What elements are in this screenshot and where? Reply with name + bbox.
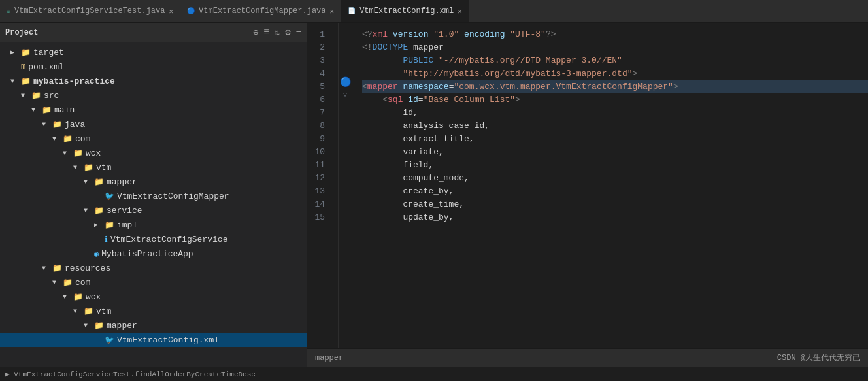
sidebar-item-pom[interactable]: ▶ m pom.xml xyxy=(0,59,307,74)
sidebar-item-mybatis-practice[interactable]: ▼ 📁 mybatis-practice xyxy=(0,74,307,88)
sidebar-item-java[interactable]: ▼ 📁 java xyxy=(0,117,307,131)
gutter-12 xyxy=(339,167,352,180)
line-num-3: 3 xyxy=(307,54,330,67)
tab-service-test-close[interactable]: ✕ xyxy=(169,7,173,16)
tree-arrow-mybatis-practice: ▼ xyxy=(10,78,21,85)
tab-bar: ☕ VtmExtractConfigServiceTest.java ✕ 🔵 V… xyxy=(0,0,868,23)
line-num-5: 5 xyxy=(307,80,330,93)
tree-arrow-src: ▼ xyxy=(21,92,31,99)
tree-label-mapper2: mapper xyxy=(107,321,137,331)
status-mapper-label: mapper xyxy=(315,354,343,363)
gutter-6: ▽ xyxy=(339,88,352,101)
java-icon: ☕ xyxy=(7,7,10,15)
tree-label-app: MybatisPracticeApp xyxy=(101,249,193,259)
tree-arrow-main: ▼ xyxy=(31,107,42,114)
line-num-14: 14 xyxy=(307,198,330,211)
folder-icon-mybatis-practice: 📁 xyxy=(21,76,31,86)
sidebar-item-vtm[interactable]: ▼ 📁 vtm xyxy=(0,160,307,174)
code-line-11: field, xyxy=(362,159,868,172)
collapse-all-icon[interactable]: ≡ xyxy=(263,27,269,38)
tree-arrow-wcx: ▼ xyxy=(63,150,73,157)
line-num-12: 12 xyxy=(307,172,330,185)
status-bar: mapper CSDN @人生代代无穷已 xyxy=(307,348,868,367)
sidebar-item-mapper-folder[interactable]: ▼ 📁 mapper xyxy=(0,174,307,189)
line-num-13: 13 xyxy=(307,185,330,198)
tree-label-wcx2: wcx xyxy=(86,292,101,302)
tree-label-src: src xyxy=(44,91,59,101)
gutter-11 xyxy=(339,154,352,167)
java-mapper-icon: 🐦 xyxy=(105,191,114,201)
folder-icon-resources: 📁 xyxy=(52,263,62,273)
sidebar-item-wcx2[interactable]: ▼ 📁 wcx xyxy=(0,290,307,304)
sidebar-title: Project xyxy=(5,28,249,37)
sidebar-item-vtm-mapper[interactable]: ▶ 🐦 VtmExtractConfigMapper xyxy=(0,189,307,203)
sidebar-header: Project ⊕ ≡ ⇅ ⚙ − xyxy=(0,23,307,42)
folder-icon-main: 📁 xyxy=(42,105,52,115)
line-num-6: 6 xyxy=(307,93,330,107)
tree-label-vtm: vtm xyxy=(96,163,111,173)
tab-xml[interactable]: 📄 VtmExtractConfig.xml ✕ xyxy=(341,0,469,22)
line-num-8: 8 xyxy=(307,120,330,133)
gutter-13 xyxy=(339,180,352,193)
xml-tab-icon: 📄 xyxy=(348,7,356,15)
line-numbers: 1 2 3 4 5 6 7 8 9 10 11 12 13 14 15 xyxy=(307,23,339,348)
tree-arrow-mapper-folder: ▼ xyxy=(84,178,94,186)
tab-mapper[interactable]: 🔵 VtmExtractConfigMapper.java ✕ xyxy=(180,0,341,22)
sidebar-item-target[interactable]: ▶ 📁 target xyxy=(0,45,307,59)
folder-icon-mapper: 📁 xyxy=(94,177,104,187)
code-line-10: variate, xyxy=(362,146,868,159)
bottom-bar: ▶ VtmExtractConfigServiceTest.findAllOrd… xyxy=(0,367,868,381)
tree-label-vtm-config-xml: VtmExtractConfig.xml xyxy=(117,335,219,345)
tree-label-target: target xyxy=(33,48,64,58)
sidebar-item-resources[interactable]: ▼ 📁 resources xyxy=(0,261,307,275)
run-info-label: ▶ VtmExtractConfigServiceTest.findAllOrd… xyxy=(5,370,256,378)
tree-label-service-interface: VtmExtractConfigService xyxy=(110,235,227,244)
sidebar-item-service-interface[interactable]: ▶ ℹ VtmExtractConfigService xyxy=(0,232,307,246)
sidebar-item-src[interactable]: ▼ 📁 src xyxy=(0,88,307,103)
sidebar-item-service-folder[interactable]: ▼ 📁 service xyxy=(0,203,307,218)
settings-icon[interactable]: ⚙ xyxy=(285,27,290,38)
sidebar-item-mapper2[interactable]: ▼ 📁 mapper xyxy=(0,318,307,333)
code-line-3: PUBLIC "-//mybatis.org//DTD Mapper 3.0//… xyxy=(362,54,868,67)
sort-icon[interactable]: ⇅ xyxy=(275,27,280,38)
tab-service-test[interactable]: ☕ VtmExtractConfigServiceTest.java ✕ xyxy=(0,0,180,22)
tab-xml-close[interactable]: ✕ xyxy=(458,7,462,16)
code-area[interactable]: <?xml version="1.0" encoding="UTF-8"?> <… xyxy=(352,23,868,348)
sidebar-item-com[interactable]: ▼ 📁 com xyxy=(0,131,307,146)
sidebar-item-vtm-config-xml[interactable]: ▶ 🐦 VtmExtractConfig.xml xyxy=(0,333,307,347)
tree-label-vtm2: vtm xyxy=(96,306,111,316)
tree-arrow-vtm2: ▼ xyxy=(73,308,84,315)
code-line-12: compute_mode, xyxy=(362,172,868,185)
sidebar-item-main[interactable]: ▼ 📁 main xyxy=(0,103,307,117)
sidebar-item-wcx[interactable]: ▼ 📁 wcx xyxy=(0,146,307,160)
tree-arrow-com: ▼ xyxy=(52,135,63,142)
folder-icon-java: 📁 xyxy=(52,120,62,129)
sidebar-item-app[interactable]: ▶ ◉ MybatisPracticeApp xyxy=(0,246,307,261)
line-num-2: 2 xyxy=(307,41,330,54)
line-num-11: 11 xyxy=(307,159,330,172)
gutter-9 xyxy=(339,127,352,141)
sidebar-item-impl[interactable]: ▶ 📁 impl xyxy=(0,218,307,232)
gutter-8 xyxy=(339,114,352,127)
tree-arrow-impl: ▶ xyxy=(94,221,105,229)
tree-arrow-target: ▶ xyxy=(10,48,21,56)
tree-arrow-java: ▼ xyxy=(42,121,52,128)
folder-icon-vtm2: 📁 xyxy=(84,306,93,316)
new-file-icon[interactable]: ⊕ xyxy=(253,27,258,38)
gutter-area: 🔵 ▽ xyxy=(339,23,352,348)
sidebar-item-com2[interactable]: ▼ 📁 com xyxy=(0,275,307,290)
line-num-10: 10 xyxy=(307,146,330,159)
app-icon: ◉ xyxy=(94,249,99,259)
tree-label-pom: pom.xml xyxy=(28,62,64,72)
service-icon: ℹ xyxy=(105,235,108,244)
tree-label-com2: com xyxy=(75,278,90,288)
close-sidebar-icon[interactable]: − xyxy=(296,27,301,38)
gutter-15 xyxy=(339,206,352,219)
status-right: CSDN @人生代代无穷已 xyxy=(777,352,860,363)
tree-label-resources: resources xyxy=(65,263,110,273)
status-csdn-label: CSDN @人生代代无穷已 xyxy=(777,354,860,363)
folder-icon-mapper2: 📁 xyxy=(94,321,104,331)
tab-mapper-close[interactable]: ✕ xyxy=(330,7,335,16)
sidebar-item-vtm2[interactable]: ▼ 📁 vtm xyxy=(0,304,307,318)
gutter-7 xyxy=(339,101,352,114)
